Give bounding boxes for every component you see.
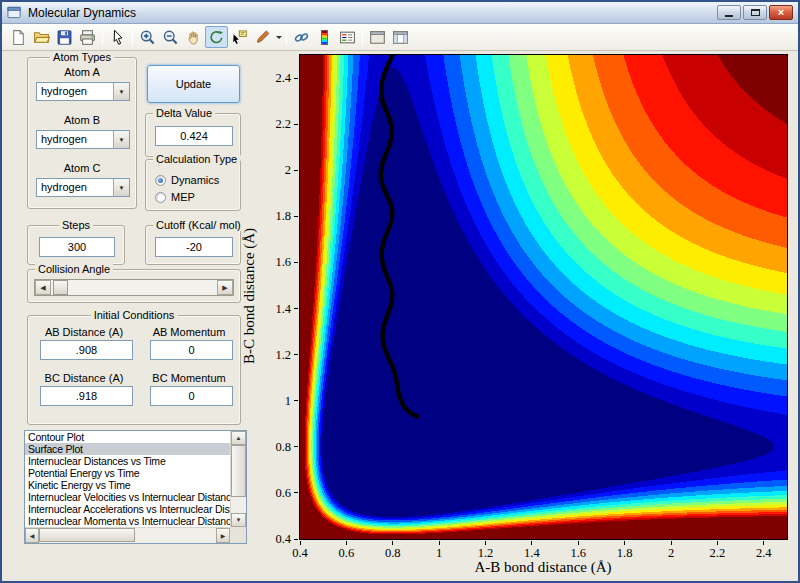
radio-dynamics[interactable]: Dynamics — [155, 174, 219, 186]
steps-group: Steps 300 — [27, 225, 125, 265]
ab-distance-field[interactable]: .908 — [40, 340, 133, 360]
list-item[interactable]: Internuclear Momenta vs Internuclear Dis… — [25, 515, 230, 527]
y-tick-label: 0.4 — [258, 532, 291, 546]
data-cursor-button[interactable] — [228, 26, 251, 48]
list-item[interactable]: Kinetic Energy vs Time — [25, 479, 230, 491]
slider-left-arrow-icon[interactable]: ◀ — [35, 280, 51, 295]
zoom-in-button[interactable] — [136, 26, 159, 48]
combo-arrow-icon[interactable]: ▼ — [113, 83, 129, 100]
update-button[interactable]: Update — [147, 65, 240, 103]
combo-arrow-icon[interactable]: ▼ — [113, 179, 129, 196]
hide-plot-tools-button[interactable] — [366, 26, 389, 48]
link-plot-button[interactable] — [290, 26, 313, 48]
x-tick-label: 0.6 — [339, 546, 355, 561]
y-tick-label: 0.8 — [258, 440, 291, 454]
insert-colorbar-button[interactable] — [313, 26, 336, 48]
horizontal-scrollbar[interactable]: ◀ ▶ — [25, 527, 230, 543]
figure-toolbar — [2, 24, 798, 51]
radio-unselected-icon — [155, 192, 166, 203]
maximize-button[interactable] — [743, 5, 767, 20]
x-tick-mark — [671, 541, 672, 545]
vertical-scrollbar[interactable]: ▲ ▼ — [230, 431, 246, 527]
open-file-button[interactable] — [30, 26, 53, 48]
ab-momentum-field[interactable]: 0 — [150, 340, 233, 360]
show-plot-tools-icon — [392, 29, 409, 46]
brush-button[interactable] — [251, 26, 274, 48]
bc-momentum-label: BC Momentum — [140, 372, 238, 384]
save-figure-button[interactable] — [53, 26, 76, 48]
collision-angle-slider[interactable]: ◀ ▶ — [34, 279, 234, 296]
x-tick-label: 1.8 — [617, 546, 633, 561]
y-tick-label: 2.2 — [258, 117, 291, 131]
slider-thumb[interactable] — [53, 280, 68, 295]
combo-arrow-icon[interactable]: ▼ — [113, 131, 129, 148]
delta-value-group: Delta Value 0.424 — [145, 113, 241, 157]
scroll-down-icon[interactable]: ▼ — [231, 513, 246, 527]
cutoff-field[interactable]: -20 — [155, 237, 233, 257]
list-item[interactable]: Internuclear Distances vs Time — [25, 455, 230, 467]
rotate-3d-button[interactable] — [205, 26, 228, 48]
x-tick-label: 2.4 — [756, 546, 772, 561]
list-item[interactable]: Contour Plot — [25, 431, 230, 443]
edit-plot-button[interactable] — [106, 26, 129, 48]
x-tick-label: 1.6 — [570, 546, 586, 561]
x-axis-label: A-B bond distance (Å) — [474, 559, 611, 576]
vertical-scroll-thumb[interactable] — [231, 445, 246, 497]
group-title: Calculation Type — [153, 153, 240, 165]
group-title: Atom Types — [50, 51, 114, 63]
zoom-out-icon — [162, 29, 179, 46]
atom-b-dropdown[interactable]: hydrogen ▼ — [36, 130, 130, 149]
y-tick-label: 1.4 — [258, 302, 291, 316]
brush-icon — [254, 29, 271, 46]
printer-icon — [79, 29, 96, 46]
group-title: Initial Conditions — [91, 309, 178, 321]
atom-c-dropdown[interactable]: hydrogen ▼ — [36, 178, 130, 197]
radio-mep[interactable]: MEP — [155, 191, 195, 203]
show-plot-tools-button[interactable] — [389, 26, 412, 48]
plot-type-listbox: Contour PlotSurface PlotInternuclear Dis… — [24, 430, 247, 544]
save-icon — [56, 29, 73, 46]
app-window: Molecular Dynamics × Atom Types Atom A — [0, 0, 800, 583]
delta-value-field[interactable]: 0.424 — [155, 126, 233, 146]
new-figure-button[interactable] — [7, 26, 30, 48]
steps-field[interactable]: 300 — [39, 237, 115, 257]
hand-icon — [185, 29, 202, 46]
rotate-3d-icon — [208, 29, 225, 46]
horizontal-scroll-thumb[interactable] — [39, 528, 135, 542]
minimize-button[interactable] — [717, 5, 741, 20]
list-item[interactable]: Internuclear Accelerations vs Internucle… — [25, 503, 230, 515]
list-item[interactable]: Potential Energy vs Time — [25, 467, 230, 479]
x-tick-mark — [346, 541, 347, 545]
zoom-out-button[interactable] — [159, 26, 182, 48]
bc-distance-field[interactable]: .918 — [40, 386, 133, 406]
colorbar-icon — [316, 29, 333, 46]
y-tick-label: 1.6 — [258, 255, 291, 269]
y-tick-label: 0.6 — [258, 486, 291, 500]
scroll-right-icon[interactable]: ▶ — [216, 528, 230, 543]
atom-a-dropdown[interactable]: hydrogen ▼ — [36, 82, 130, 101]
x-tick-label: 2.2 — [710, 546, 726, 561]
bc-momentum-field[interactable]: 0 — [150, 386, 233, 406]
toolbar-separator — [102, 28, 103, 46]
y-tick-label: 1 — [258, 394, 291, 408]
atom-c-value: hydrogen — [37, 179, 113, 196]
slider-right-arrow-icon[interactable]: ▶ — [217, 280, 233, 295]
scroll-left-icon[interactable]: ◀ — [25, 528, 39, 543]
y-tick-label: 1.8 — [258, 209, 291, 223]
radio-dynamics-label: Dynamics — [171, 174, 219, 186]
list-item[interactable]: Internuclear Velocities vs Internuclear … — [25, 491, 230, 503]
radio-mep-label: MEP — [171, 191, 195, 203]
insert-legend-button[interactable] — [336, 26, 359, 48]
contour-canvas[interactable] — [300, 55, 787, 539]
x-tick-label: 2 — [668, 546, 674, 561]
link-icon — [293, 29, 310, 46]
y-tick-mark — [294, 262, 298, 263]
list-item[interactable]: Surface Plot — [25, 443, 230, 455]
brush-dropdown-button[interactable] — [274, 26, 283, 48]
y-tick-mark — [294, 308, 298, 309]
group-title: Delta Value — [153, 107, 215, 119]
scroll-up-icon[interactable]: ▲ — [231, 431, 246, 445]
close-button[interactable]: × — [769, 5, 793, 20]
pan-button[interactable] — [182, 26, 205, 48]
print-figure-button[interactable] — [76, 26, 99, 48]
